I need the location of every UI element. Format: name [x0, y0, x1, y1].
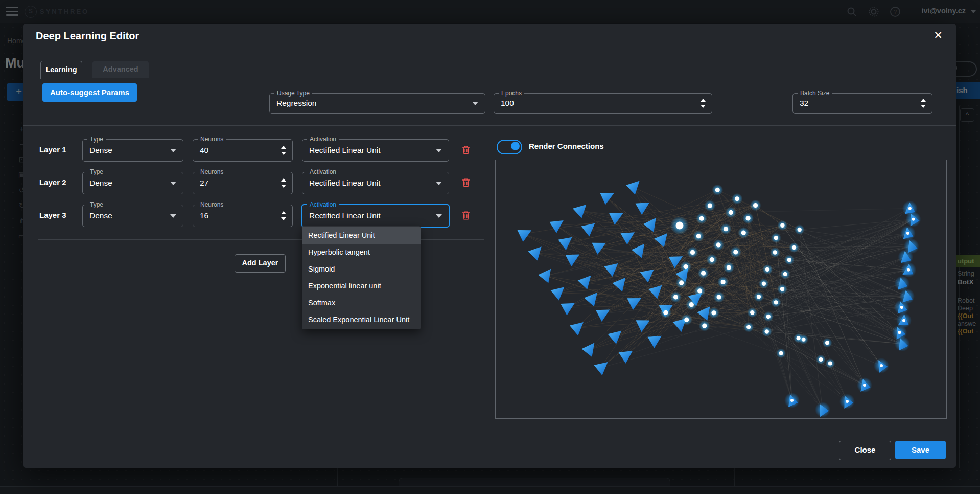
field-label: Usage Type — [274, 89, 312, 97]
field-value: Rectified Linear Unit — [309, 211, 381, 220]
number-stepper[interactable] — [921, 99, 926, 108]
chevron-down-icon — [472, 102, 478, 105]
layer-2-label: Layer 2 — [39, 178, 75, 187]
activation-dropdown-menu: Rectified Linear Unit Hyperbolic tangent… — [302, 226, 421, 329]
field-value: Regression — [276, 99, 316, 108]
chevron-down-icon — [436, 149, 442, 152]
chevron-down-icon — [170, 214, 176, 218]
render-connections-label: Render Connections — [529, 142, 604, 150]
layer-3-label: Layer 3 — [39, 211, 75, 219]
field-label: Neurons — [198, 168, 226, 175]
layer-1-activation-select[interactable]: Activation Rectified Linear Unit — [302, 139, 449, 162]
layer-2-type-select[interactable]: Type Dense — [82, 172, 183, 194]
field-value: 100 — [501, 99, 514, 108]
activation-menu-item[interactable]: Rectified Linear Unit — [302, 227, 421, 244]
layer-3-activation-select[interactable]: Activation Rectified Linear Unit — [301, 204, 450, 228]
add-layer-button[interactable]: Add Layer — [235, 254, 286, 273]
chevron-down-icon — [436, 214, 442, 218]
field-label: Type — [87, 201, 106, 208]
tabs-underline — [23, 78, 956, 78]
field-value: Rectified Linear Unit — [309, 178, 381, 188]
chevron-down-icon — [436, 182, 442, 185]
layer-2-activation-select[interactable]: Activation Rectified Linear Unit — [302, 172, 449, 194]
field-value: Rectified Linear Unit — [309, 146, 381, 155]
field-label: Activation — [307, 201, 339, 208]
field-label: Type — [87, 136, 106, 143]
delete-layer-2-button[interactable] — [460, 177, 472, 188]
chevron-down-icon — [170, 149, 176, 152]
layer-3-type-select[interactable]: Type Dense — [82, 205, 183, 227]
activation-menu-item[interactable]: Sigmoid — [302, 261, 421, 278]
batch-size-input[interactable]: Batch Size 32 — [792, 93, 932, 114]
activation-menu-item[interactable]: Softmax — [302, 295, 421, 311]
layer-2-neurons-input[interactable]: Neurons 27 — [193, 172, 293, 194]
activation-menu-item[interactable]: Exponential linear unit — [302, 278, 421, 295]
auto-suggest-params-button[interactable]: Auto-suggest Params — [42, 83, 137, 102]
layer-3-neurons-input[interactable]: Neurons 16 — [193, 205, 293, 227]
field-label: Batch Size — [798, 89, 832, 97]
layer-1-type-select[interactable]: Type Dense — [82, 139, 183, 162]
field-label: Activation — [307, 136, 339, 143]
field-label: Type — [87, 168, 106, 175]
field-value: 27 — [200, 178, 208, 188]
usage-type-select[interactable]: Usage Type Regression — [269, 93, 485, 114]
delete-layer-1-button[interactable] — [460, 144, 472, 155]
field-value: Dense — [89, 178, 112, 188]
field-label: Neurons — [198, 201, 226, 208]
delete-layer-3-button[interactable] — [460, 210, 472, 221]
field-value: 32 — [800, 99, 808, 108]
field-value: 16 — [200, 211, 208, 220]
activation-menu-item[interactable]: Hyperbolic tangent — [302, 244, 421, 261]
field-value: Dense — [89, 211, 112, 220]
close-icon[interactable]: ✕ — [930, 28, 946, 43]
layer-1-neurons-input[interactable]: Neurons 40 — [193, 139, 293, 162]
field-label: Activation — [307, 168, 339, 175]
save-button[interactable]: Save — [895, 441, 946, 459]
activation-menu-item[interactable]: Scaled Exponential Linear Unit — [302, 311, 421, 328]
network-visualization-panel[interactable] — [495, 160, 947, 419]
field-value: Dense — [89, 146, 112, 155]
network-canvas[interactable] — [496, 160, 945, 417]
field-label: Epochs — [499, 89, 524, 97]
tab-learning[interactable]: Learning — [40, 61, 82, 79]
number-stepper[interactable] — [281, 146, 286, 155]
close-button[interactable]: Close — [839, 441, 891, 460]
field-label: Neurons — [198, 136, 226, 143]
chevron-down-icon — [170, 182, 176, 185]
render-connections-toggle[interactable] — [497, 140, 522, 154]
deep-learning-editor-dialog: Deep Learning Editor ✕ Learning Advanced… — [23, 24, 956, 468]
layer-1-label: Layer 1 — [39, 145, 75, 154]
number-stepper[interactable] — [281, 178, 286, 188]
field-value: 40 — [200, 146, 208, 155]
epochs-input[interactable]: Epochs 100 — [494, 93, 712, 114]
section-divider — [23, 125, 956, 126]
number-stepper[interactable] — [281, 211, 286, 220]
number-stepper[interactable] — [701, 99, 706, 108]
tab-advanced[interactable]: Advanced — [92, 61, 149, 78]
app-root: S SYNTHREO ? ivi@volny.cz Home Mu + + − … — [0, 0, 980, 494]
dialog-title: Deep Learning Editor — [36, 30, 139, 42]
